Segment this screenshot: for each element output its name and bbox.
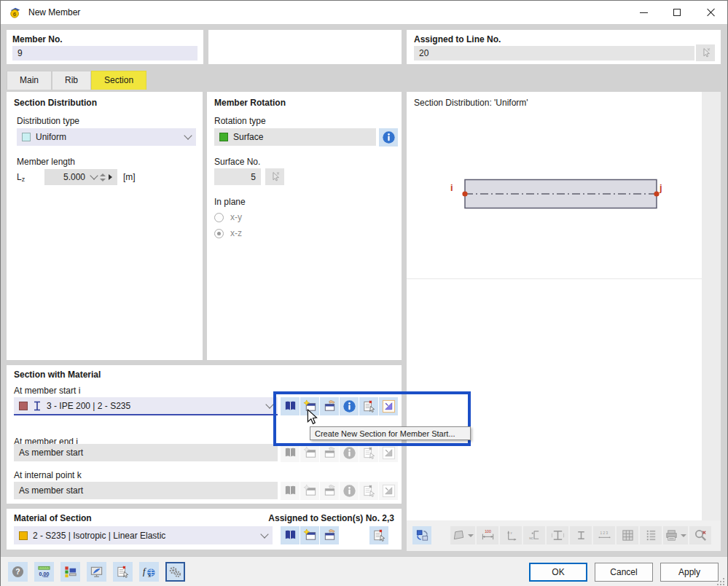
pick-line-button bbox=[696, 44, 715, 61]
section-internal-field: As member start bbox=[14, 482, 278, 499]
section-i-icon[interactable] bbox=[547, 526, 568, 544]
svg-text:?: ? bbox=[15, 568, 20, 576]
material-value: 2 - S235 | Isotropic | Linear Elastic bbox=[33, 531, 165, 541]
svg-text:y: y bbox=[510, 531, 512, 534]
length-symbol: Lz bbox=[17, 172, 25, 183]
settings-icon[interactable] bbox=[165, 562, 185, 582]
window-title: New Member bbox=[28, 7, 80, 17]
surface-no-input[interactable]: 5 bbox=[214, 168, 261, 185]
dimensions-icon[interactable]: 100 bbox=[477, 526, 498, 544]
assigned-line-label: Assigned to Line No. bbox=[414, 34, 501, 44]
units-icon[interactable]: 0,00 bbox=[34, 562, 54, 582]
create-new-section-icon bbox=[300, 482, 319, 500]
minimize-button[interactable] bbox=[627, 1, 660, 24]
resize-grip[interactable] bbox=[716, 577, 725, 586]
footer-bar: ?0,00fx OK Cancel Apply bbox=[1, 556, 727, 586]
delete-icon[interactable] bbox=[113, 562, 133, 582]
member-rotation-title: Member Rotation bbox=[214, 98, 286, 108]
tab-section[interactable]: Section bbox=[91, 71, 146, 90]
distribution-type-value: Uniform bbox=[36, 132, 66, 142]
info-icon bbox=[340, 444, 359, 462]
info-icon[interactable] bbox=[340, 397, 359, 415]
tab-main[interactable]: Main bbox=[7, 71, 52, 90]
close-button[interactable] bbox=[694, 1, 727, 24]
details-icon[interactable] bbox=[640, 526, 662, 544]
assigned-line-input[interactable]: 20 bbox=[414, 46, 694, 60]
edit-material-icon[interactable] bbox=[320, 526, 339, 544]
distribution-color-swatch bbox=[22, 133, 31, 141]
cancel-button[interactable]: Cancel bbox=[595, 563, 653, 582]
rotation-info-button[interactable] bbox=[379, 128, 398, 146]
section-with-material-title: Section with Material bbox=[14, 370, 101, 380]
member-no-label: Member No. bbox=[12, 34, 63, 44]
shape-render-icon[interactable] bbox=[450, 526, 475, 544]
member-no-box: Member No. 9 bbox=[7, 30, 203, 64]
zoom-reset-icon[interactable] bbox=[689, 526, 711, 544]
material-dropdown[interactable]: 2 - S235 | Isotropic | Linear Elastic bbox=[14, 526, 273, 544]
info-icon bbox=[340, 482, 359, 500]
print-icon[interactable] bbox=[663, 526, 688, 544]
radio-plane-xz-label: x-z bbox=[230, 228, 242, 238]
delete-section-icon[interactable] bbox=[359, 397, 378, 415]
assigned-line-box: Assigned to Line No. 20 bbox=[407, 30, 721, 64]
help-icon[interactable]: ? bbox=[8, 562, 28, 582]
member-rotation-panel: Member Rotation Rotation type Surface Su… bbox=[207, 92, 402, 360]
node-end-label: j bbox=[659, 182, 662, 193]
info-icon bbox=[382, 130, 396, 144]
formula-icon[interactable]: fx bbox=[139, 562, 159, 582]
library-icon bbox=[281, 444, 300, 462]
grid-icon[interactable] bbox=[617, 526, 638, 544]
screen-icon[interactable] bbox=[87, 562, 106, 582]
delete-section-icon bbox=[359, 444, 378, 462]
chevron-down-icon bbox=[90, 171, 98, 179]
delete-section-icon bbox=[359, 482, 378, 500]
app-icon: 6 bbox=[9, 6, 22, 19]
ok-button[interactable]: OK bbox=[529, 563, 587, 582]
shear-center-icon[interactable]: sc bbox=[523, 526, 545, 544]
section-i2-icon[interactable] bbox=[570, 526, 592, 544]
library-icon bbox=[281, 482, 300, 500]
display-properties-icon[interactable] bbox=[60, 562, 80, 582]
member-no-input[interactable]: 9 bbox=[12, 46, 197, 60]
member-length-input[interactable]: 5.000 bbox=[44, 169, 117, 185]
material-of-section-title: Material of Section bbox=[14, 513, 92, 523]
refresh-preview-button[interactable] bbox=[412, 526, 431, 544]
tab-rib[interactable]: Rib bbox=[52, 71, 91, 90]
create-new-material-icon[interactable] bbox=[300, 526, 319, 544]
library-icon[interactable] bbox=[281, 397, 300, 415]
minimize-icon bbox=[640, 12, 648, 13]
member-length-label: Member length bbox=[17, 157, 75, 167]
material-of-section-panel: Material of Section Assigned to Section(… bbox=[7, 509, 402, 550]
at-member-start-label: At member start i bbox=[14, 386, 80, 396]
tab-bar: Main Rib Section bbox=[7, 71, 146, 90]
rotation-color-swatch bbox=[219, 133, 228, 141]
i-section-icon bbox=[33, 401, 42, 411]
select-cursor-icon bbox=[269, 171, 281, 183]
length-spinner[interactable] bbox=[100, 173, 106, 181]
section-distribution-panel: Section Distribution Distribution type U… bbox=[7, 92, 203, 360]
create-new-section-icon bbox=[300, 444, 319, 462]
section-start-dropdown[interactable]: 3 - IPE 200 | 2 - S235 bbox=[14, 397, 278, 415]
select-cursor-icon bbox=[700, 47, 712, 59]
numbering-icon[interactable]: 123 bbox=[593, 526, 615, 544]
library-icon[interactable] bbox=[281, 526, 300, 544]
apply-button[interactable]: Apply bbox=[660, 563, 719, 582]
delete-material-icon[interactable] bbox=[369, 526, 388, 544]
maximize-button[interactable] bbox=[660, 1, 694, 24]
edit-section-icon bbox=[320, 444, 339, 462]
material-color-swatch bbox=[19, 531, 28, 540]
member-preview-drawing bbox=[459, 173, 663, 214]
radio-icon bbox=[214, 213, 224, 222]
edit-section-icon[interactable] bbox=[320, 397, 339, 415]
member-length-value: 5.000 bbox=[63, 172, 85, 182]
chevron-down-icon bbox=[265, 400, 273, 408]
axes-icon[interactable]: y bbox=[500, 526, 522, 544]
distribution-type-dropdown[interactable]: Uniform bbox=[17, 128, 196, 146]
chevron-down-icon bbox=[260, 530, 268, 538]
length-expand-icon[interactable] bbox=[109, 174, 112, 180]
close-icon bbox=[706, 8, 715, 17]
section-start-value: 3 - IPE 200 | 2 - S235 bbox=[47, 401, 130, 411]
svg-text:f: f bbox=[143, 566, 146, 577]
node-start-label: i bbox=[450, 182, 453, 193]
section-selection-icon[interactable] bbox=[379, 397, 398, 415]
